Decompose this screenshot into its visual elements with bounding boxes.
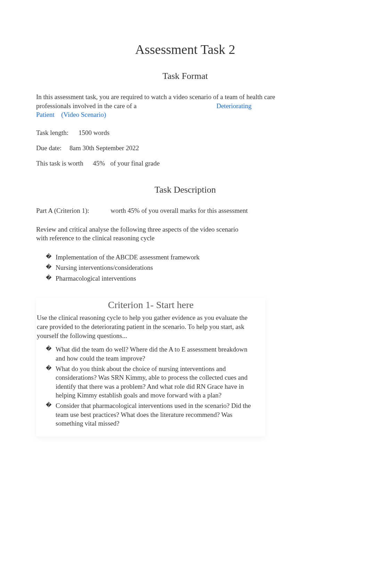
list-item: Implementation of the ABCDE assessment f… [46,252,248,263]
part-a-text: Part A (Criterion 1): worth 45% of you o… [36,206,248,215]
deteriorating-link[interactable]: Deteriorating [216,102,252,111]
weight-prefix: This task is worth [36,160,85,167]
document-page: Assessment Task 2 Task Format In this as… [0,0,369,588]
weight-value: 45% [93,160,105,167]
list-item: What did the team do well? Where did the… [46,345,252,363]
criterion-1-heading: Criterion 1- Start here [36,299,265,311]
task-length-row: Task length: 1500 words [36,129,334,137]
criterion-1-box: Criterion 1- Start here Use the clinical… [36,297,265,436]
list-item: Consider that pharmacological interventi… [46,401,252,428]
task-format-intro: In this assessment task, you are require… [36,92,304,119]
task-description-bullets: Implementation of the ABCDE assessment f… [36,252,248,284]
weight-row: This task is worth 45% of your final gra… [36,160,334,167]
due-date-label: Due date: [36,144,62,152]
page-title: Assessment Task 2 [36,42,334,57]
patient-link[interactable]: Patient [36,111,55,118]
task-length-label: Task length: [36,129,68,137]
review-text: Review and critical analyse the followin… [36,225,248,243]
criterion-1-bullets: What did the team do well? Where did the… [36,345,252,428]
criterion-1-intro: Use the clinical reasoning cycle to help… [36,313,252,340]
video-scenario-link[interactable]: (Video Scenario) [61,111,106,118]
list-item: Nursing interventions/considerations [46,263,248,273]
review-line: Review and critical analyse the followin… [36,225,248,243]
part-a-line: Part A (Criterion 1): worth 45% of you o… [36,206,248,215]
task-format-heading: Task Format [36,71,334,81]
weight-suffix: of your final grade [110,160,159,167]
task-length-value: 1500 words [79,129,109,137]
due-date-row: Due date: 8am 30th September 2022 [36,144,334,152]
list-item: What do you think about the choice of nu… [46,364,252,400]
task-description-heading: Task Description [36,185,334,195]
list-item: Pharmacological interventions [46,274,248,284]
due-date-value: 8am 30th September 2022 [69,144,139,152]
